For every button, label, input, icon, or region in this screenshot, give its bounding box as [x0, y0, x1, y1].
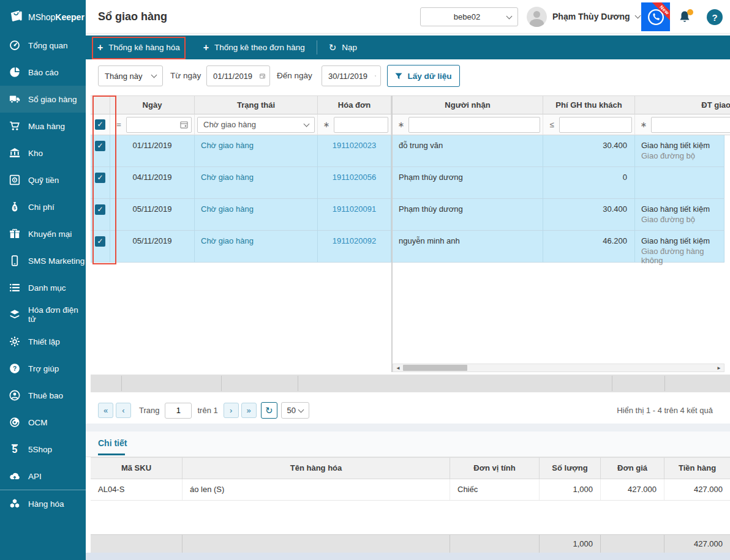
invoice-filter-input[interactable]	[334, 117, 388, 133]
table-row[interactable]: ✓ 05/11/2019 Chờ giao hàng 1911020092 ng…	[91, 231, 724, 263]
fee-filter-input[interactable]	[559, 117, 632, 133]
sidebar-item-bao-cao[interactable]: Báo cáo	[0, 59, 86, 86]
row-checkbox[interactable]: ✓	[95, 173, 105, 183]
user-menu[interactable]: Phạm Thùy Dương	[552, 12, 640, 21]
active-tab-underline	[98, 454, 125, 455]
page-number-input[interactable]	[165, 403, 192, 419]
receiver-filter-input[interactable]	[408, 117, 540, 133]
scroll-left-arrow[interactable]: ◄	[396, 365, 401, 371]
invoice-link[interactable]: 1911020023	[318, 135, 391, 167]
col-name[interactable]: Tên hàng hóa	[182, 458, 450, 479]
sidebar-item-hoa-don-dien-tu[interactable]: Hóa đơn điện tử	[0, 301, 86, 328]
scrollbar-thumb[interactable]	[403, 365, 467, 371]
reload-button[interactable]: ↻ Nạp	[317, 35, 369, 59]
sidebar-item-ocm[interactable]: OCM	[0, 409, 86, 436]
col-status[interactable]: Trạng thái	[195, 96, 318, 114]
invoice-link[interactable]: 1911020091	[318, 199, 391, 231]
sidebar-item-api[interactable]: API	[0, 463, 86, 490]
scroll-right-arrow[interactable]: ►	[717, 365, 721, 371]
notifications-bell[interactable]	[677, 10, 692, 24]
from-date-input[interactable]	[206, 65, 270, 86]
stat-goods-button[interactable]: + Thống kê hàng hóa	[86, 35, 192, 59]
total-amount: 427.000	[664, 535, 730, 553]
col-invoice[interactable]: Hóa đơn	[318, 96, 391, 114]
invoice-link[interactable]: 1911020092	[318, 231, 391, 263]
sidebar-item-kho[interactable]: Kho	[0, 140, 86, 166]
frozen-column-divider	[391, 95, 393, 372]
cell-fee: 0	[543, 167, 635, 199]
invoice-link[interactable]: 1911020056	[318, 167, 391, 199]
next-page-button[interactable]: ›	[224, 403, 239, 418]
cell-receiver: Phạm thùy dương	[393, 199, 543, 231]
table-row[interactable]: ✓ 05/11/2019 Chờ giao hàng 1911020091 Ph…	[91, 199, 724, 231]
prev-page-button[interactable]: ‹	[116, 403, 131, 418]
col-unit[interactable]: Đơn vị tính	[450, 458, 540, 479]
tab-chi-tiet[interactable]: Chi tiết	[98, 438, 127, 448]
moneybag-icon: $	[9, 201, 20, 212]
carrier-filter-input[interactable]	[651, 117, 730, 133]
filter-operator-contains[interactable]: ∗	[638, 120, 650, 129]
avatar[interactable]	[527, 7, 547, 27]
detail-row[interactable]: AL04-S áo len (S) Chiếc 1,000 427.000 42…	[91, 479, 730, 501]
period-select[interactable]: Tháng này	[98, 65, 163, 86]
from-date-value[interactable]	[213, 72, 256, 81]
select-all-checkbox[interactable]: ✓	[95, 119, 105, 130]
table-row[interactable]: ✓ 04/11/2019 Chờ giao hàng 1911020056 Ph…	[91, 167, 724, 199]
col-receiver[interactable]: Người nhận	[393, 96, 543, 114]
filter-operator-lte[interactable]: ≤	[546, 120, 558, 129]
sidebar-item-tong-quan[interactable]: Tổng quan	[0, 32, 86, 59]
filter-operator-contains[interactable]: ∗	[320, 120, 333, 129]
call-center-button[interactable]: New	[641, 2, 670, 31]
sidebar-item-khuyen-mai[interactable]: Khuyến mại	[0, 220, 86, 247]
sidebar-item-hang-hoa[interactable]: Hàng hóa	[0, 490, 86, 517]
col-fee[interactable]: Phí GH thu khách	[543, 96, 635, 114]
pagination-bar: « ‹ Trang trên 1 › » ↻ 50 Hiển thị 1 - 4…	[86, 397, 730, 424]
notification-badge	[687, 9, 693, 15]
refresh-grid-button[interactable]: ↻	[261, 402, 277, 419]
row-checkbox[interactable]: ✓	[95, 204, 105, 215]
results-summary: Hiển thị 1 - 4 trên 4 kết quả	[617, 406, 713, 415]
col-qty[interactable]: Số lượng	[540, 458, 601, 479]
cell-carrier: Giao hàng tiết kiệmGiao đường hàng không	[635, 231, 724, 263]
help-button[interactable]: ?	[707, 9, 723, 25]
gear-icon	[9, 336, 20, 347]
stat-orders-button[interactable]: + Thống kê theo đơn hàng	[192, 35, 317, 59]
table-row[interactable]: ✓ 01/11/2019 Chờ giao hàng 1911020023 đỗ…	[91, 135, 724, 167]
last-page-button[interactable]: »	[241, 403, 257, 418]
col-date[interactable]: Ngày	[110, 96, 195, 114]
filter-operator-contains[interactable]: ∗	[395, 120, 407, 129]
row-checkbox[interactable]: ✓	[95, 141, 105, 151]
page-size-select[interactable]: 50	[281, 402, 309, 419]
to-date-value[interactable]	[328, 72, 371, 81]
col-carrier[interactable]: ĐT giao hàng	[635, 96, 730, 114]
cell-sku: AL04-S	[91, 479, 182, 500]
store-selector[interactable]: bebe02	[420, 7, 518, 26]
pie-icon	[9, 67, 20, 78]
cell-status: Chờ giao hàng	[195, 231, 318, 263]
truck-icon	[9, 94, 20, 105]
sidebar-item-danh-muc[interactable]: Danh mục	[0, 274, 86, 301]
page-of-label: trên 1	[197, 406, 217, 415]
sidebar-item-sms-marketing[interactable]: SMS Marketing	[0, 247, 86, 274]
sidebar-item-thiet-lap[interactable]: Thiết lập	[0, 328, 86, 355]
to-date-input[interactable]	[322, 65, 381, 86]
horizontal-scrollbar[interactable]: ◄ ►	[393, 364, 724, 372]
first-page-button[interactable]: «	[98, 403, 113, 418]
col-price[interactable]: Đơn giá	[601, 458, 664, 479]
fetch-data-button[interactable]: Lấy dữ liệu	[387, 65, 460, 87]
sidebar-item-tro-giup[interactable]: ? Trợ giúp	[0, 355, 86, 382]
sidebar-item-so-giao-hang[interactable]: Sổ giao hàng	[0, 86, 86, 113]
app-logo[interactable]: MShopKeeper	[0, 0, 86, 34]
col-amount[interactable]: Tiền hàng	[664, 458, 730, 479]
sidebar-item-quy-tien[interactable]: Quỹ tiền	[0, 166, 86, 193]
sidebar-item-chi-phi[interactable]: $ Chi phí	[0, 193, 86, 220]
sidebar-item-thue-bao[interactable]: Thuê bao	[0, 382, 86, 409]
filter-operator-equals[interactable]: =	[113, 120, 125, 129]
cell-unit: Chiếc	[450, 479, 540, 500]
sidebar: MShopKeeper Tổng quan Báo cáo Sổ giao hà…	[0, 0, 86, 560]
col-sku[interactable]: Mã SKU	[91, 458, 182, 479]
status-filter-select[interactable]: Chờ giao hàng	[197, 117, 315, 133]
sidebar-item-5shop[interactable]: 5 5Shop	[0, 436, 86, 463]
sidebar-item-mua-hang[interactable]: Mua hàng	[0, 113, 86, 140]
row-checkbox[interactable]: ✓	[95, 236, 105, 247]
